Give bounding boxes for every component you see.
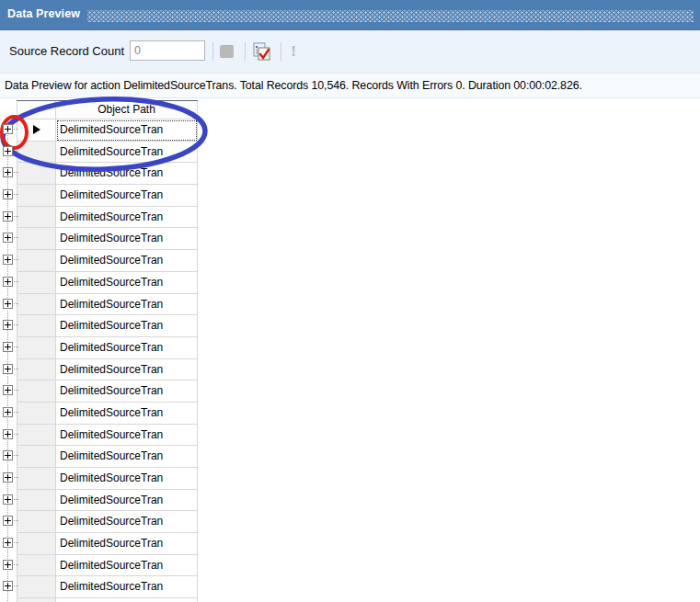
table-row[interactable]: DelimitedSourceTran	[0, 119, 198, 142]
object-path-cell[interactable]: DelimitedSourceTran	[56, 576, 198, 598]
expand-row-button[interactable]	[3, 560, 13, 570]
expander-zone	[0, 294, 17, 316]
table-row[interactable]: DelimitedSourceTran	[0, 294, 198, 316]
warning-icon[interactable]: !	[286, 41, 301, 62]
object-path-cell[interactable]: DelimitedSourceTran	[56, 555, 198, 577]
table-row[interactable]: DelimitedSourceTran	[0, 337, 198, 359]
object-path-cell[interactable]: DelimitedSourceTran	[56, 425, 198, 447]
table-row[interactable]: DelimitedSourceTran	[0, 163, 198, 185]
table-row[interactable]: DelimitedSourceTran	[0, 598, 198, 602]
row-selector-cell[interactable]	[17, 446, 56, 468]
table-row[interactable]: DelimitedSourceTran	[0, 403, 198, 425]
expand-row-button[interactable]	[3, 146, 13, 156]
table-row[interactable]: DelimitedSourceTran	[0, 511, 198, 533]
validate-data-icon[interactable]	[251, 42, 271, 62]
stop-icon[interactable]	[220, 45, 234, 58]
object-path-cell[interactable]: DelimitedSourceTran	[56, 228, 198, 250]
expand-row-button[interactable]	[3, 233, 13, 243]
expand-row-button[interactable]	[3, 167, 13, 177]
expand-row-button[interactable]	[3, 364, 13, 374]
table-row[interactable]: DelimitedSourceTran	[0, 468, 198, 490]
expand-row-button[interactable]	[3, 450, 13, 460]
object-path-cell[interactable]: DelimitedSourceTran	[56, 337, 198, 359]
row-selector-cell[interactable]	[17, 272, 56, 294]
object-path-cell[interactable]: DelimitedSourceTran	[56, 533, 198, 555]
expand-row-button[interactable]	[3, 211, 13, 221]
object-path-cell[interactable]: DelimitedSourceTran	[56, 468, 198, 490]
object-path-cell[interactable]: DelimitedSourceTran	[56, 359, 198, 381]
expand-row-button[interactable]	[3, 189, 13, 199]
expand-row-button[interactable]	[3, 342, 13, 352]
table-row[interactable]: DelimitedSourceTran	[0, 446, 198, 468]
table-row[interactable]: DelimitedSourceTran	[0, 359, 198, 381]
object-path-cell[interactable]: DelimitedSourceTran	[56, 272, 198, 294]
row-selector-cell[interactable]	[17, 163, 56, 185]
row-selector-cell[interactable]	[17, 468, 56, 490]
row-selector-cell[interactable]	[17, 490, 56, 512]
object-path-cell[interactable]: DelimitedSourceTran	[56, 207, 198, 229]
table-row[interactable]: DelimitedSourceTran	[0, 381, 198, 403]
row-selector-cell[interactable]	[17, 359, 56, 381]
object-path-cell[interactable]: DelimitedSourceTran	[56, 250, 198, 272]
row-selector-cell[interactable]	[17, 185, 56, 207]
expand-row-button[interactable]	[3, 255, 13, 265]
row-selector-cell[interactable]	[17, 294, 56, 316]
row-selector-cell[interactable]	[17, 207, 56, 229]
table-row[interactable]: DelimitedSourceTran	[0, 490, 198, 512]
expand-row-button[interactable]	[3, 124, 13, 134]
expand-row-button[interactable]	[3, 516, 13, 526]
row-selector-cell[interactable]	[17, 142, 56, 164]
row-selector-cell[interactable]	[17, 337, 56, 359]
object-path-column-header[interactable]: Object Path	[56, 101, 198, 119]
expand-row-button[interactable]	[3, 385, 13, 395]
expand-row-button[interactable]	[3, 299, 13, 309]
row-selector-cell[interactable]	[17, 511, 56, 533]
object-path-cell[interactable]: DelimitedSourceTran	[56, 598, 198, 602]
object-path-cell[interactable]: DelimitedSourceTran	[56, 403, 198, 425]
object-path-cell[interactable]: DelimitedSourceTran	[56, 119, 198, 142]
object-path-cell[interactable]: DelimitedSourceTran	[56, 511, 198, 533]
row-selector-cell[interactable]	[17, 533, 56, 555]
table-row[interactable]: DelimitedSourceTran	[0, 207, 198, 229]
table-row[interactable]: DelimitedSourceTran	[0, 272, 198, 294]
expand-row-button[interactable]	[3, 538, 13, 548]
expand-row-button[interactable]	[3, 407, 13, 417]
expand-row-button[interactable]	[3, 581, 13, 591]
table-row[interactable]: DelimitedSourceTran	[0, 425, 198, 447]
table-row[interactable]: DelimitedSourceTran	[0, 185, 198, 207]
object-path-cell[interactable]: DelimitedSourceTran	[56, 490, 198, 512]
expand-row-button[interactable]	[3, 429, 13, 439]
row-selector-cell[interactable]	[17, 119, 56, 142]
expander-zone	[0, 207, 17, 229]
source-record-count-input[interactable]	[130, 40, 205, 61]
expand-row-button[interactable]	[3, 277, 13, 287]
object-path-cell[interactable]: DelimitedSourceTran	[56, 315, 198, 337]
table-row[interactable]: DelimitedSourceTran	[0, 533, 198, 555]
object-path-cell[interactable]: DelimitedSourceTran	[56, 294, 198, 316]
row-selector-cell[interactable]	[17, 598, 56, 602]
object-path-cell[interactable]: DelimitedSourceTran	[56, 446, 198, 468]
row-selector-cell[interactable]	[17, 315, 56, 337]
expand-row-button[interactable]	[3, 320, 13, 330]
object-path-cell[interactable]: DelimitedSourceTran	[56, 185, 198, 207]
row-selector-cell[interactable]	[17, 425, 56, 447]
object-path-cell[interactable]: DelimitedSourceTran	[56, 163, 198, 185]
row-selector-cell[interactable]	[17, 228, 56, 250]
table-row[interactable]: DelimitedSourceTran	[0, 555, 198, 577]
table-row[interactable]: DelimitedSourceTran	[0, 576, 198, 598]
object-path-cell[interactable]: DelimitedSourceTran	[56, 142, 198, 164]
row-selector-cell[interactable]	[17, 555, 56, 577]
row-selector-cell[interactable]	[17, 403, 56, 425]
table-row[interactable]: DelimitedSourceTran	[0, 315, 198, 337]
table-row[interactable]: DelimitedSourceTran	[0, 142, 198, 164]
object-path-cell[interactable]: DelimitedSourceTran	[56, 381, 198, 403]
expander-zone	[0, 468, 17, 490]
expand-row-button[interactable]	[3, 494, 13, 505]
row-selector-cell[interactable]	[17, 250, 56, 272]
row-selector-cell[interactable]	[17, 381, 56, 403]
table-row[interactable]: DelimitedSourceTran	[0, 228, 198, 250]
expander-zone	[0, 185, 17, 207]
expand-row-button[interactable]	[3, 472, 13, 483]
table-row[interactable]: DelimitedSourceTran	[0, 250, 198, 272]
row-selector-cell[interactable]	[17, 576, 56, 598]
